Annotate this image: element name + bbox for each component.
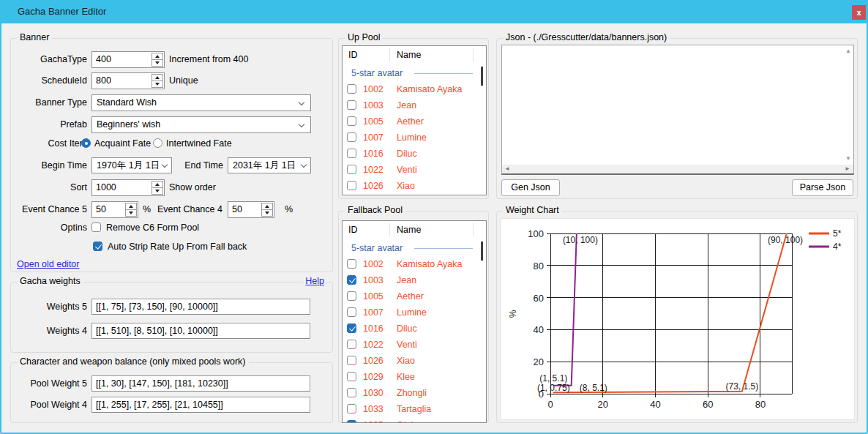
row-checkbox[interactable] [347,340,356,349]
list-item[interactable]: 1022Venti [343,337,486,353]
json-textarea[interactable] [504,47,842,163]
spin-down-button[interactable] [126,210,136,217]
radio-intertwined-fate-label[interactable]: Intertwined Fate [166,135,232,152]
pool-weight-5-input[interactable]: [[1, 30], [147, 150], [181, 10230]] [91,375,310,392]
row-checkbox[interactable] [347,307,356,317]
list-item[interactable]: 1026Xiao [343,178,486,194]
gachatype-value[interactable]: 400 [96,52,111,67]
end-time-select[interactable]: 2031年 1月 1日 [228,157,311,173]
list-item[interactable]: 1030Zhongli [343,385,486,401]
scroll-left-arrow-icon[interactable]: ◄ [504,165,510,173]
event-chance-4-label: Event Chance 4 [157,201,222,218]
list-item[interactable]: 1029Klee [343,369,486,385]
list-item[interactable]: 1016Diluc [343,146,486,162]
row-checkbox[interactable] [347,259,356,269]
row-checkbox[interactable] [347,275,356,285]
sort-spinner[interactable] [151,181,163,195]
remove-c6-label[interactable]: Remove C6 Form Pool [106,221,199,234]
list-item[interactable]: 1007Lumine [343,130,486,146]
weights-4-input[interactable]: [[1, 510], [8, 510], [10, 10000]] [91,323,310,339]
list-item[interactable]: 1005Aether [343,113,486,130]
row-id: 1035 [363,417,384,423]
spin-up-button[interactable] [152,53,162,60]
vertical-scrollbar[interactable]: ▲ ▼ [843,45,853,165]
row-checkbox[interactable] [347,100,356,110]
spin-down-button[interactable] [152,81,162,88]
sort-value[interactable]: 1000 [96,180,116,195]
spin-up-button[interactable] [262,203,272,210]
radio-acquaint-fate-label[interactable]: Acquaint Fate [94,135,151,152]
row-checkbox[interactable] [347,165,356,174]
list-item[interactable]: 1033Tartaglia [343,401,486,417]
row-checkbox[interactable] [347,181,356,190]
list-item[interactable]: 1026Xiao [343,353,486,369]
scheduleid-input[interactable]: 800 [91,72,165,89]
help-link[interactable]: Help [303,276,326,286]
scroll-down-arrow-icon[interactable]: ▼ [843,155,853,162]
event-chance-4-value[interactable]: 50 [232,202,242,217]
horizontal-scrollbar[interactable]: ◄ ► [502,165,853,173]
auto-strip-checkbox[interactable] [93,242,102,251]
row-checkbox[interactable] [347,372,356,381]
row-checkbox[interactable] [347,420,356,423]
open-old-editor-link[interactable]: Open old editor [17,259,79,269]
row-checkbox[interactable] [347,149,356,158]
list-item[interactable]: 1016Diluc [343,321,486,337]
row-checkbox[interactable] [347,132,356,142]
event-chance-5-input[interactable]: 50 [91,201,138,218]
row-checkbox[interactable] [347,323,356,333]
sort-input[interactable]: 1000 [91,179,165,196]
row-checkbox[interactable] [347,356,356,365]
event-chance-5-value[interactable]: 50 [96,202,106,217]
begin-time-select[interactable]: 1970年 1月 1日 [91,157,172,173]
row-name: Tartaglia [397,401,431,417]
scroll-up-arrow-icon[interactable]: ▲ [843,48,853,55]
gachatype-input[interactable]: 400 [91,51,165,68]
row-checkbox[interactable] [347,116,356,126]
remove-c6-checkbox[interactable] [91,222,101,232]
spin-up-button[interactable] [152,75,162,81]
list-item[interactable]: 1007Lumine [343,304,486,321]
scrollbar-thumb[interactable] [481,242,483,261]
parse-json-button[interactable]: Parse Json [792,179,853,196]
banner-type-select[interactable]: Standard Wish [91,94,311,111]
spin-down-button[interactable] [262,210,272,217]
event-chance-4-spinner[interactable] [261,203,273,217]
spin-down-button[interactable] [152,60,162,67]
prefab-select[interactable]: Beginners' wish [91,116,311,133]
auto-strip-label[interactable]: Auto Strip Rate Up From Fall back [108,240,247,253]
banner-type-value: Standard Wish [97,95,157,111]
row-checkbox[interactable] [347,388,356,397]
list-item[interactable]: 1022Venti [343,162,486,178]
row-checkbox[interactable] [347,291,356,301]
scroll-right-arrow-icon[interactable]: ► [845,165,850,173]
scheduleid-value[interactable]: 800 [96,73,111,89]
pool-weight-4-input[interactable]: [[1, 255], [17, 255], [21, 10455]] [91,397,310,413]
list-item[interactable]: 1035Qiqi [343,417,486,423]
titlebar[interactable]: Gacha Banner Editor x [0,0,868,23]
spin-up-button[interactable] [152,182,162,188]
scrollbar-thumb[interactable] [481,67,483,86]
radio-intertwined-fate[interactable] [153,138,162,148]
spin-up-button[interactable] [126,203,136,210]
scheduleid-spinner[interactable] [151,74,163,88]
list-item[interactable]: 1003Jean [343,272,486,288]
row-checkbox[interactable] [347,84,356,94]
list-item[interactable]: 1002Kamisato Ayaka [343,256,486,272]
row-checkbox[interactable] [347,404,356,414]
gachatype-spinner[interactable] [151,53,163,67]
weights-5-value: [[1, 75], [73, 150], [90, 10000]] [96,302,218,312]
event-chance-5-spinner[interactable] [125,203,137,217]
event-chance-5-unit: % [143,201,151,218]
event-chance-4-input[interactable]: 50 [228,201,274,218]
gen-json-button[interactable]: Gen Json [501,179,560,196]
radio-acquaint-fate[interactable] [81,138,91,148]
list-item[interactable]: 1005Aether [343,288,486,304]
weights-5-input[interactable]: [[1, 75], [73, 150], [90, 10000]] [91,299,310,315]
pool-weight-5-label: Pool Weight 5 [11,375,87,392]
list-item[interactable]: 1003Jean [343,97,486,113]
close-button[interactable]: x [852,5,866,20]
spin-down-button[interactable] [152,188,162,195]
list-item[interactable]: 1002Kamisato Ayaka [343,81,486,97]
column-header-name: Name [397,221,421,239]
